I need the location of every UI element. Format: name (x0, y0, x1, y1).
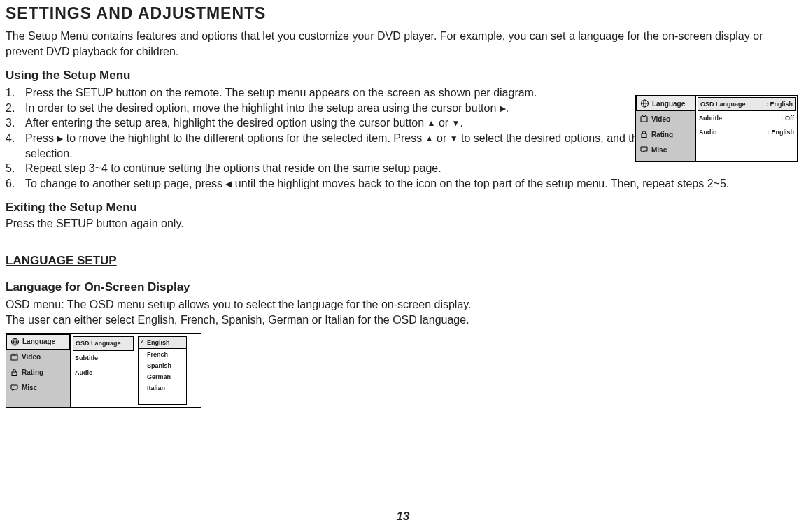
lang-osd-body2: The user can either select English, Fren… (6, 312, 798, 328)
osd2-tab-language-label: Language (22, 338, 55, 345)
osd1-tab-rating: Rating (636, 127, 695, 142)
osd2-language-dropdown: English French Spanish German Italian (138, 336, 187, 405)
using-heading: Using the Setup Menu (6, 69, 798, 82)
right-arrow-icon: ▶ (57, 133, 63, 144)
osd2-opt-italian: Italian (139, 382, 186, 394)
osd2-tab-rating: Rating (6, 365, 70, 380)
up-arrow-icon: ▲ (427, 117, 436, 129)
step-6-text-b: until the highlight moves back to the ic… (232, 178, 729, 189)
lock-icon (639, 130, 649, 138)
osd1-settings: OSD Language : English Subtitle : Off Au… (696, 96, 797, 161)
globe-icon (10, 338, 20, 346)
osd1-subtitle-label: Subtitle (699, 115, 722, 122)
osd2-tab-video-label: Video (22, 353, 41, 361)
svg-rect-6 (642, 134, 646, 138)
osd2-tab-misc: Misc (6, 380, 70, 396)
svg-rect-13 (12, 372, 17, 376)
step-4-text-a: Press (25, 132, 57, 144)
osd2-opt-german: German (139, 371, 186, 382)
osd2-tabs: Language Video Rating Misc (6, 334, 71, 407)
osd2-opt-spanish: Spanish (139, 360, 186, 371)
down-arrow-icon: ▼ (452, 117, 460, 129)
page-title: SETTINGS AND ADJUSTMENTS (6, 4, 798, 23)
osd2-opt-english: English (139, 337, 186, 349)
speech-icon (639, 145, 649, 154)
osd1-tabs: Language Video Rating Misc (636, 96, 696, 161)
osd1-row-audio: Audio : English (699, 125, 794, 139)
step-3-text-a: After entering the setup area, highlight… (25, 117, 427, 129)
osd1-subtitle-value: : Off (782, 115, 795, 122)
up-arrow-icon: ▲ (425, 133, 434, 144)
exit-body: Press the SETUP button again only. (6, 217, 798, 230)
lock-icon (9, 368, 19, 377)
svg-rect-3 (641, 117, 647, 122)
tv-icon (9, 353, 19, 361)
page-number: 13 (0, 510, 806, 524)
osd2-row-subtitle: Subtitle (75, 351, 134, 366)
osd1-tab-misc-label: Misc (651, 146, 667, 154)
osd1-osdlang-label: OSD Language (700, 101, 746, 108)
osd1-osdlang-value: : English (766, 101, 793, 108)
osd1-tab-video-label: Video (651, 115, 670, 123)
osd1-tab-language: Language (636, 96, 695, 111)
step-6-text-a: To change to another setup page, press (25, 178, 225, 189)
lang-osd-heading: Language for On-Screen Display (6, 280, 798, 294)
tv-icon (639, 115, 649, 123)
osd1-row-subtitle: Subtitle : Off (699, 111, 794, 125)
osd2-tab-misc-label: Misc (22, 384, 37, 391)
step-2-text-b: . (506, 102, 509, 114)
step-4-text-c: or (434, 132, 450, 144)
language-setup-heading: LANGUAGE SETUP (6, 254, 798, 268)
osd1-tab-rating-label: Rating (651, 131, 673, 138)
osd1-tab-language-label: Language (652, 100, 685, 108)
osd2-tab-language: Language (6, 334, 70, 350)
left-arrow-icon: ◀ (225, 178, 232, 189)
exit-heading: Exiting the Setup Menu (6, 201, 798, 215)
step-3-text-b: or (435, 117, 451, 129)
step-2-text-a: In order to set the desired option, move… (25, 102, 500, 114)
osd2-tab-rating-label: Rating (22, 368, 43, 376)
osd2-row-osdlang: OSD Language (73, 336, 134, 351)
speech-icon (9, 384, 19, 392)
down-arrow-icon: ▼ (450, 133, 458, 144)
osd2-opt-french: French (139, 349, 186, 360)
osd1-tab-video: Video (636, 111, 695, 127)
osd1-audio-label: Audio (699, 129, 717, 136)
osd1-tab-misc: Misc (636, 142, 695, 157)
osd-diagram-1: Language Video Rating Misc OSD Language … (635, 95, 798, 162)
step-6: 6.To change to another setup page, press… (6, 176, 798, 192)
osd2-settings: OSD Language Subtitle Audio (75, 336, 134, 405)
osd1-audio-value: : English (768, 129, 794, 136)
step-4-text-b: to move the highlight to the different o… (63, 132, 425, 144)
svg-rect-10 (11, 355, 17, 360)
osd1-row-osdlang: OSD Language : English (698, 97, 796, 111)
intro-text: The Setup Menu contains features and opt… (6, 29, 798, 59)
osd2-tab-video: Video (6, 350, 70, 365)
osd2-row-audio: Audio (75, 366, 134, 380)
globe-icon (639, 99, 649, 108)
step-5-text: Repeat step 3~4 to continue setting the … (25, 161, 798, 176)
osd-diagram-2: Language Video Rating Misc OSD Language … (6, 333, 202, 408)
step-5: 5.Repeat step 3~4 to continue setting th… (6, 161, 798, 176)
right-arrow-icon: ▶ (500, 103, 506, 114)
step-3-text-c: . (460, 117, 463, 129)
lang-osd-body1: OSD menu: The OSD menu setup allows you … (6, 297, 798, 312)
